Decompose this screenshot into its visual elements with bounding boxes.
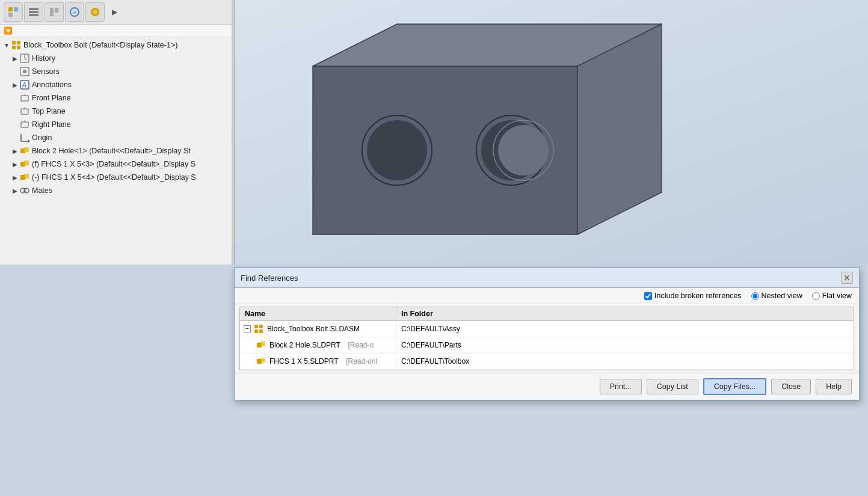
col-folder-header: In Folder: [396, 307, 854, 320]
dialog-footer: Print... Copy List Copy Files... Close H…: [235, 373, 859, 400]
mates-label: Mates: [32, 186, 52, 195]
tree-item-history[interactable]: ▶ History: [0, 52, 234, 65]
origin-label: Origin: [32, 133, 52, 142]
dialog-options: Include broken references Nested view Fl…: [235, 288, 859, 304]
nested-view-radio[interactable]: [751, 292, 759, 300]
col-name-header: Name: [240, 307, 396, 320]
svg-rect-54: [260, 341, 265, 346]
svg-rect-15: [17, 46, 20, 49]
tree-item-fhcs2[interactable]: ▶ (-) FHCS 1 X 5<4> (Default<<Default>_D…: [0, 171, 234, 184]
mates-arrow: ▶: [11, 186, 19, 195]
row-0-filename: Block_Toolbox Bolt.SLDASM: [267, 325, 360, 333]
svg-marker-31: [28, 139, 29, 142]
3d-model: [265, 6, 734, 259]
row-0-name: − Block_Toolbox Bolt.SLDASM: [240, 321, 396, 337]
config-manager-button[interactable]: [45, 2, 64, 22]
table-row[interactable]: − Block_Toolbox Bolt.SLDASM C:\DEFAULT\A…: [240, 321, 854, 337]
svg-rect-52: [259, 329, 263, 333]
block2hole-label: Block 2 Hole<1> (Default<<Default>_Displ…: [32, 147, 191, 155]
resize-handle[interactable]: [232, 0, 234, 265]
close-button[interactable]: Close: [771, 379, 811, 394]
nested-view-label[interactable]: Nested view: [751, 292, 802, 300]
row-0-icon: [253, 323, 264, 334]
row-2-folder: C:\DEFAULT\Toolbox: [396, 355, 854, 368]
include-broken-checkbox[interactable]: [644, 292, 652, 300]
svg-rect-33: [24, 147, 29, 152]
tree-item-sensors[interactable]: ▶ Sensors: [0, 65, 234, 78]
tree-item-mates[interactable]: ▶ Mates: [0, 184, 234, 197]
row-2-filename: FHCS 1 X 5.SLDPRT: [269, 357, 338, 366]
mates-icon: [19, 185, 30, 196]
flat-view-text: Flat view: [822, 292, 852, 300]
svg-rect-1: [14, 7, 18, 11]
row-2-name: FHCS 1 X 5.SLDPRT [Read-onl: [240, 354, 396, 369]
sensors-icon: [19, 66, 30, 77]
flat-view-radio[interactable]: [812, 292, 820, 300]
toolbar: + ▶: [0, 0, 234, 25]
collapse-button[interactable]: −: [244, 325, 251, 332]
dialog-title: Find References: [241, 274, 298, 283]
svg-rect-7: [55, 8, 58, 13]
fhcs1-arrow: ▶: [11, 160, 19, 168]
row-1-name: Block 2 Hole.SLDPRT [Read-o: [240, 337, 396, 353]
svg-point-48: [498, 125, 549, 176]
row-0-folder: C:\DEFAULT\Assy: [396, 322, 854, 335]
svg-rect-14: [12, 46, 16, 49]
3d-viewport[interactable]: [235, 0, 868, 265]
feature-manager-button[interactable]: [4, 2, 23, 22]
svg-point-11: [93, 10, 97, 14]
help-button[interactable]: Help: [816, 379, 852, 394]
row-1-status: [Read-o: [344, 341, 374, 349]
row-0-status: [363, 325, 365, 333]
svg-rect-5: [29, 14, 38, 16]
tree-item-front-plane[interactable]: ▶ Front Plane: [0, 91, 234, 105]
table-header: Name In Folder: [240, 307, 854, 321]
block2hole-arrow: ▶: [11, 147, 19, 155]
include-broken-label[interactable]: Include broken references: [644, 292, 742, 300]
annotations-arrow: ▶: [11, 81, 19, 89]
tree-item-origin[interactable]: ▶ Origin: [0, 131, 234, 144]
annotations-label: Annotations: [32, 81, 72, 89]
nested-view-text: Nested view: [762, 292, 802, 300]
copy-list-button[interactable]: Copy List: [647, 379, 698, 394]
tree-item-annotations[interactable]: ▶ A Annotations: [0, 78, 234, 91]
row-1-filename: Block 2 Hole.SLDPRT: [269, 341, 340, 349]
tree-root[interactable]: ▼ Block_Toolbox Bolt (Default<Display St…: [0, 38, 234, 52]
more-arrow[interactable]: ▶: [108, 2, 120, 22]
top-plane-icon: [19, 106, 30, 117]
row-1-folder: C:\DEFAULT\Parts: [396, 338, 854, 352]
svg-rect-6: [50, 8, 54, 16]
row-1-icon: [256, 340, 266, 351]
display-manager-button[interactable]: [85, 2, 105, 22]
row-2-icon: [256, 356, 266, 367]
svg-text:A: A: [22, 82, 26, 88]
row-2-status: [Read-onl: [342, 357, 377, 366]
svg-rect-2: [8, 13, 13, 17]
dim-manager-button[interactable]: +: [65, 2, 84, 22]
svg-point-20: [23, 70, 26, 73]
svg-rect-23: [21, 96, 28, 101]
svg-rect-51: [254, 329, 258, 333]
fhcs2-arrow: ▶: [11, 173, 19, 182]
svg-rect-50: [259, 325, 263, 328]
print-button[interactable]: Print...: [600, 379, 642, 394]
references-table: Name In Folder − Block_Toolbox Bolt.SLDA…: [239, 307, 854, 370]
tree-item-right-plane[interactable]: ▶ Right Plane: [0, 118, 234, 131]
tree-item-top-plane[interactable]: ▶ Top Plane: [0, 105, 234, 118]
filter-bar: 🔽: [0, 25, 234, 37]
svg-rect-4: [29, 11, 38, 13]
table-row[interactable]: FHCS 1 X 5.SLDPRT [Read-onl C:\DEFAULT\T…: [240, 354, 854, 370]
table-row[interactable]: Block 2 Hole.SLDPRT [Read-o C:\DEFAULT\P…: [240, 337, 854, 354]
top-plane-label: Top Plane: [32, 107, 66, 115]
copy-files-button[interactable]: Copy Files...: [703, 378, 766, 395]
dialog-close-button[interactable]: ✕: [841, 272, 853, 284]
sensors-label: Sensors: [32, 67, 60, 76]
front-plane-icon: [19, 93, 30, 103]
include-broken-text: Include broken references: [654, 292, 742, 300]
flat-view-label[interactable]: Flat view: [812, 292, 852, 300]
tree-item-block2hole[interactable]: ▶ Block 2 Hole<1> (Default<<Default>_Dis…: [0, 144, 234, 158]
filter-icon: 🔽: [4, 26, 13, 35]
property-manager-button[interactable]: [24, 2, 43, 22]
tree-item-fhcs1[interactable]: ▶ (f) FHCS 1 X 5<3> (Default<<Default>_D…: [0, 158, 234, 171]
fhcs1-icon: [19, 159, 30, 170]
